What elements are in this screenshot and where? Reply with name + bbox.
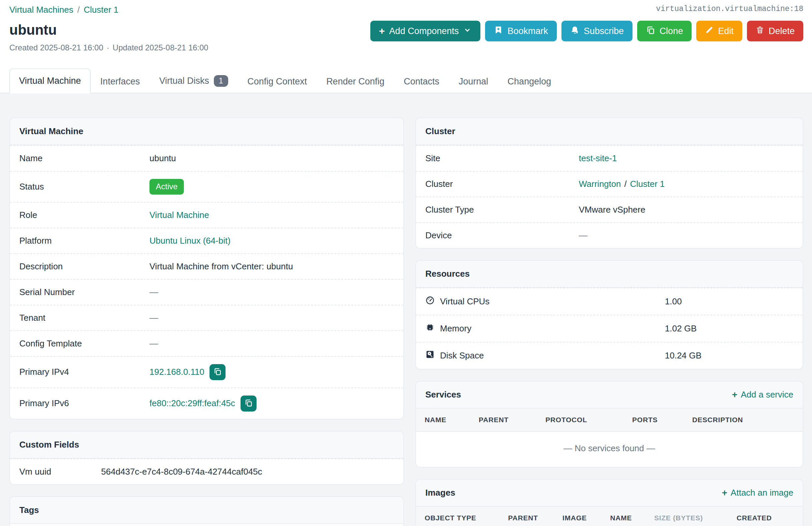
subscribe-button[interactable]: Subscribe: [562, 21, 633, 41]
tab-bar: Virtual Machine Interfaces Virtual Disks…: [0, 68, 812, 94]
row-name: Name ubuntu: [10, 145, 403, 171]
images-card-header: Images + Attach an image: [416, 480, 803, 507]
cluster-card-header: Cluster: [416, 118, 803, 145]
tab-journal[interactable]: Journal: [449, 69, 498, 94]
breadcrumb-link-virtual-machines[interactable]: Virtual Machines: [9, 5, 73, 15]
primary-ipv6-link[interactable]: fe80::20c:29ff:feaf:45c: [149, 398, 235, 409]
tab-label: Changelog: [507, 76, 551, 87]
updated-timestamp: Updated 2025-08-21 16:00: [113, 43, 208, 53]
row-label: Description: [19, 261, 149, 272]
copy-icon: [213, 367, 222, 377]
pencil-icon: [705, 26, 714, 37]
row-platform: Platform Ubuntu Linux (64-bit): [10, 228, 403, 253]
row-label: Memory: [440, 323, 472, 334]
clone-button[interactable]: Clone: [637, 21, 692, 41]
row-value: 1.00: [665, 296, 682, 307]
tab-interfaces[interactable]: Interfaces: [91, 69, 150, 94]
row-serial-number: Serial Number —: [10, 279, 403, 305]
slash-separator: /: [624, 179, 626, 189]
card-title: Resources: [425, 269, 470, 279]
row-primary-ipv6: Primary IPv6 fe80::20c:29ff:feaf:45c: [10, 387, 403, 419]
copy-ipv4-button[interactable]: [209, 364, 226, 380]
bell-plus-icon: [570, 25, 579, 37]
trash-icon: [756, 26, 764, 37]
tags-card-header: Tags: [10, 497, 403, 524]
row-label: Role: [19, 210, 149, 220]
tab-virtual-machine[interactable]: Virtual Machine: [9, 68, 91, 94]
edit-button[interactable]: Edit: [696, 21, 742, 41]
tab-label: Render Config: [326, 76, 384, 87]
copy-icon: [244, 398, 253, 408]
services-card: Services + Add a service NAME PARENT PRO…: [415, 381, 803, 468]
row-label: Disk Space: [440, 351, 484, 361]
page-title: ubuntu: [9, 23, 208, 38]
tab-changelog[interactable]: Changelog: [498, 69, 561, 94]
clone-label: Clone: [659, 26, 683, 37]
tab-render-config[interactable]: Render Config: [317, 69, 394, 94]
resources-card: Resources Virtual CPUs 1.00 Memory: [415, 260, 803, 369]
tab-config-context[interactable]: Config Context: [238, 69, 317, 94]
row-value: 1.02 GB: [665, 323, 697, 334]
column-header-ports: PORTS: [632, 416, 692, 424]
subscribe-label: Subscribe: [584, 26, 624, 37]
created-updated-line: Created 2025-08-21 16:00 · Updated 2025-…: [9, 43, 208, 53]
row-label: Tenant: [19, 313, 149, 323]
copy-ipv6-button[interactable]: [241, 396, 257, 412]
row-vm-uuid: Vm uuid 564d437c-e7c4-8c09-674a-42744caf…: [10, 458, 403, 484]
column-header-name: NAME: [610, 514, 654, 522]
row-disk-space: Disk Space 10.24 GB: [416, 342, 803, 369]
delete-label: Delete: [769, 26, 795, 37]
row-label: Site: [425, 153, 579, 164]
right-column: Cluster Site test-site-1 Cluster Warring…: [415, 117, 803, 526]
services-table-header: NAME PARENT PROTOCOL PORTS DESCRIPTION: [416, 409, 803, 432]
row-value: ubuntu: [149, 153, 176, 164]
tab-virtual-disks[interactable]: Virtual Disks 1: [149, 68, 237, 94]
attach-image-link[interactable]: + Attach an image: [722, 488, 793, 498]
platform-link[interactable]: Ubuntu Linux (64-bit): [149, 236, 231, 246]
breadcrumb-link-cluster-1[interactable]: Cluster 1: [84, 5, 118, 15]
column-header-created: CREATED: [737, 514, 794, 522]
add-components-button[interactable]: + Add Components: [370, 21, 480, 41]
column-header-object-type: OBJECT TYPE: [425, 514, 508, 522]
row-virtual-cpus: Virtual CPUs 1.00: [416, 288, 803, 315]
row-label: Config Template: [19, 338, 149, 349]
attach-image-label: Attach an image: [730, 488, 793, 498]
row-value-empty: —: [149, 287, 158, 297]
card-title: Virtual Machine: [19, 126, 83, 137]
row-label: Serial Number: [19, 287, 149, 297]
column-header-name: NAME: [425, 416, 479, 424]
row-label: Status: [19, 182, 149, 192]
breadcrumb-separator: /: [77, 5, 80, 15]
status-badge: Active: [149, 179, 184, 195]
column-header-parent: PARENT: [508, 514, 563, 522]
row-value-empty: —: [149, 313, 158, 323]
primary-ipv4-link[interactable]: 192.168.0.110: [149, 367, 204, 377]
card-title: Cluster: [425, 126, 455, 137]
column-header-protocol: PROTOCOL: [546, 416, 632, 424]
created-timestamp: Created 2025-08-21 16:00: [9, 43, 103, 53]
row-tenant: Tenant —: [10, 305, 403, 330]
plus-icon: +: [722, 488, 727, 498]
role-link[interactable]: Virtual Machine: [149, 210, 209, 220]
cluster-group-link[interactable]: Warrington: [579, 179, 621, 189]
cluster-link[interactable]: Cluster 1: [630, 179, 665, 189]
custom-fields-card: Custom Fields Vm uuid 564d437c-e7c4-8c09…: [9, 431, 404, 485]
row-description: Description Virtual Machine from vCenter…: [10, 253, 403, 279]
bookmark-button[interactable]: Bookmark: [485, 21, 557, 41]
tab-contacts[interactable]: Contacts: [394, 69, 449, 94]
row-memory: Memory 1.02 GB: [416, 315, 803, 342]
header-right: virtualization.virtualmachine:18 + Add C…: [370, 5, 803, 53]
tab-label: Virtual Disks: [159, 76, 209, 86]
services-empty-state: — No services found —: [416, 432, 803, 467]
add-service-link[interactable]: + Add a service: [732, 389, 793, 400]
row-label: Platform: [19, 236, 149, 246]
tab-label: Config Context: [248, 76, 307, 87]
row-label: Virtual CPUs: [440, 296, 489, 307]
left-column: Virtual Machine Name ubuntu Status Activ…: [9, 117, 404, 526]
site-link[interactable]: test-site-1: [579, 153, 617, 164]
tab-label: Contacts: [404, 76, 439, 87]
delete-button[interactable]: Delete: [747, 21, 803, 41]
header-left: Virtual Machines / Cluster 1 ubuntu Crea…: [9, 5, 208, 53]
gauge-icon: [425, 296, 435, 308]
chevron-down-icon: [463, 26, 472, 37]
